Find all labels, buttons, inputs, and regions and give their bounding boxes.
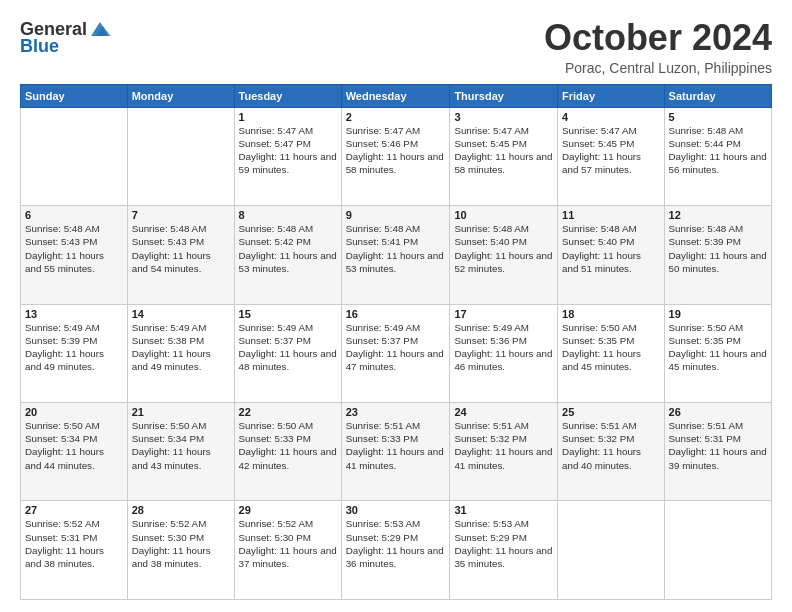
day-info: Sunrise: 5:51 AM Sunset: 5:32 PM Dayligh… xyxy=(454,419,553,472)
day-info: Sunrise: 5:48 AM Sunset: 5:44 PM Dayligh… xyxy=(669,124,767,177)
week-row: 6Sunrise: 5:48 AM Sunset: 5:43 PM Daylig… xyxy=(21,206,772,304)
header: General Blue October 2024 Porac, Central… xyxy=(20,18,772,76)
location: Porac, Central Luzon, Philippines xyxy=(544,60,772,76)
day-number: 11 xyxy=(562,209,660,221)
week-row: 1Sunrise: 5:47 AM Sunset: 5:47 PM Daylig… xyxy=(21,107,772,205)
day-cell: 26Sunrise: 5:51 AM Sunset: 5:31 PM Dayli… xyxy=(664,403,771,501)
week-row: 13Sunrise: 5:49 AM Sunset: 5:39 PM Dayli… xyxy=(21,304,772,402)
day-cell: 30Sunrise: 5:53 AM Sunset: 5:29 PM Dayli… xyxy=(341,501,450,600)
page: General Blue October 2024 Porac, Central… xyxy=(0,0,792,612)
day-number: 16 xyxy=(346,308,446,320)
day-number: 4 xyxy=(562,111,660,123)
day-info: Sunrise: 5:51 AM Sunset: 5:33 PM Dayligh… xyxy=(346,419,446,472)
header-cell-sunday: Sunday xyxy=(21,84,128,107)
day-cell: 16Sunrise: 5:49 AM Sunset: 5:37 PM Dayli… xyxy=(341,304,450,402)
day-cell: 10Sunrise: 5:48 AM Sunset: 5:40 PM Dayli… xyxy=(450,206,558,304)
day-info: Sunrise: 5:47 AM Sunset: 5:45 PM Dayligh… xyxy=(562,124,660,177)
day-info: Sunrise: 5:48 AM Sunset: 5:43 PM Dayligh… xyxy=(25,222,123,275)
header-row: SundayMondayTuesdayWednesdayThursdayFrid… xyxy=(21,84,772,107)
day-number: 28 xyxy=(132,504,230,516)
day-info: Sunrise: 5:50 AM Sunset: 5:35 PM Dayligh… xyxy=(669,321,767,374)
day-info: Sunrise: 5:51 AM Sunset: 5:31 PM Dayligh… xyxy=(669,419,767,472)
day-cell: 29Sunrise: 5:52 AM Sunset: 5:30 PM Dayli… xyxy=(234,501,341,600)
day-number: 30 xyxy=(346,504,446,516)
day-cell: 13Sunrise: 5:49 AM Sunset: 5:39 PM Dayli… xyxy=(21,304,128,402)
header-cell-friday: Friday xyxy=(558,84,665,107)
day-number: 3 xyxy=(454,111,553,123)
day-info: Sunrise: 5:49 AM Sunset: 5:39 PM Dayligh… xyxy=(25,321,123,374)
week-row: 27Sunrise: 5:52 AM Sunset: 5:31 PM Dayli… xyxy=(21,501,772,600)
day-number: 25 xyxy=(562,406,660,418)
day-number: 9 xyxy=(346,209,446,221)
day-cell: 4Sunrise: 5:47 AM Sunset: 5:45 PM Daylig… xyxy=(558,107,665,205)
header-cell-wednesday: Wednesday xyxy=(341,84,450,107)
day-info: Sunrise: 5:50 AM Sunset: 5:34 PM Dayligh… xyxy=(25,419,123,472)
day-number: 31 xyxy=(454,504,553,516)
day-number: 6 xyxy=(25,209,123,221)
day-info: Sunrise: 5:47 AM Sunset: 5:47 PM Dayligh… xyxy=(239,124,337,177)
week-row: 20Sunrise: 5:50 AM Sunset: 5:34 PM Dayli… xyxy=(21,403,772,501)
logo: General Blue xyxy=(20,18,111,57)
header-cell-tuesday: Tuesday xyxy=(234,84,341,107)
day-number: 24 xyxy=(454,406,553,418)
day-cell: 20Sunrise: 5:50 AM Sunset: 5:34 PM Dayli… xyxy=(21,403,128,501)
day-number: 7 xyxy=(132,209,230,221)
day-number: 23 xyxy=(346,406,446,418)
day-cell: 19Sunrise: 5:50 AM Sunset: 5:35 PM Dayli… xyxy=(664,304,771,402)
day-info: Sunrise: 5:53 AM Sunset: 5:29 PM Dayligh… xyxy=(454,517,553,570)
day-info: Sunrise: 5:48 AM Sunset: 5:42 PM Dayligh… xyxy=(239,222,337,275)
day-cell: 15Sunrise: 5:49 AM Sunset: 5:37 PM Dayli… xyxy=(234,304,341,402)
day-cell xyxy=(558,501,665,600)
day-number: 18 xyxy=(562,308,660,320)
day-cell: 27Sunrise: 5:52 AM Sunset: 5:31 PM Dayli… xyxy=(21,501,128,600)
day-number: 2 xyxy=(346,111,446,123)
day-cell: 7Sunrise: 5:48 AM Sunset: 5:43 PM Daylig… xyxy=(127,206,234,304)
day-cell: 25Sunrise: 5:51 AM Sunset: 5:32 PM Dayli… xyxy=(558,403,665,501)
day-number: 15 xyxy=(239,308,337,320)
header-cell-monday: Monday xyxy=(127,84,234,107)
title-block: October 2024 Porac, Central Luzon, Phili… xyxy=(544,18,772,76)
day-number: 19 xyxy=(669,308,767,320)
day-cell: 23Sunrise: 5:51 AM Sunset: 5:33 PM Dayli… xyxy=(341,403,450,501)
day-number: 8 xyxy=(239,209,337,221)
day-cell: 6Sunrise: 5:48 AM Sunset: 5:43 PM Daylig… xyxy=(21,206,128,304)
day-number: 20 xyxy=(25,406,123,418)
day-cell: 14Sunrise: 5:49 AM Sunset: 5:38 PM Dayli… xyxy=(127,304,234,402)
day-cell xyxy=(127,107,234,205)
day-info: Sunrise: 5:49 AM Sunset: 5:36 PM Dayligh… xyxy=(454,321,553,374)
day-cell: 22Sunrise: 5:50 AM Sunset: 5:33 PM Dayli… xyxy=(234,403,341,501)
day-info: Sunrise: 5:49 AM Sunset: 5:37 PM Dayligh… xyxy=(346,321,446,374)
day-cell: 9Sunrise: 5:48 AM Sunset: 5:41 PM Daylig… xyxy=(341,206,450,304)
logo-blue-text: Blue xyxy=(20,36,59,57)
day-cell: 31Sunrise: 5:53 AM Sunset: 5:29 PM Dayli… xyxy=(450,501,558,600)
day-info: Sunrise: 5:49 AM Sunset: 5:38 PM Dayligh… xyxy=(132,321,230,374)
day-cell: 17Sunrise: 5:49 AM Sunset: 5:36 PM Dayli… xyxy=(450,304,558,402)
day-cell: 18Sunrise: 5:50 AM Sunset: 5:35 PM Dayli… xyxy=(558,304,665,402)
day-number: 5 xyxy=(669,111,767,123)
day-cell: 5Sunrise: 5:48 AM Sunset: 5:44 PM Daylig… xyxy=(664,107,771,205)
day-info: Sunrise: 5:50 AM Sunset: 5:35 PM Dayligh… xyxy=(562,321,660,374)
day-number: 17 xyxy=(454,308,553,320)
logo-icon xyxy=(89,18,111,40)
day-info: Sunrise: 5:53 AM Sunset: 5:29 PM Dayligh… xyxy=(346,517,446,570)
day-cell: 24Sunrise: 5:51 AM Sunset: 5:32 PM Dayli… xyxy=(450,403,558,501)
day-info: Sunrise: 5:48 AM Sunset: 5:40 PM Dayligh… xyxy=(562,222,660,275)
day-number: 26 xyxy=(669,406,767,418)
day-cell: 8Sunrise: 5:48 AM Sunset: 5:42 PM Daylig… xyxy=(234,206,341,304)
day-info: Sunrise: 5:52 AM Sunset: 5:31 PM Dayligh… xyxy=(25,517,123,570)
calendar-table: SundayMondayTuesdayWednesdayThursdayFrid… xyxy=(20,84,772,600)
day-info: Sunrise: 5:52 AM Sunset: 5:30 PM Dayligh… xyxy=(132,517,230,570)
day-info: Sunrise: 5:47 AM Sunset: 5:45 PM Dayligh… xyxy=(454,124,553,177)
day-info: Sunrise: 5:49 AM Sunset: 5:37 PM Dayligh… xyxy=(239,321,337,374)
header-cell-thursday: Thursday xyxy=(450,84,558,107)
day-info: Sunrise: 5:51 AM Sunset: 5:32 PM Dayligh… xyxy=(562,419,660,472)
day-cell xyxy=(21,107,128,205)
day-info: Sunrise: 5:48 AM Sunset: 5:43 PM Dayligh… xyxy=(132,222,230,275)
day-info: Sunrise: 5:48 AM Sunset: 5:40 PM Dayligh… xyxy=(454,222,553,275)
day-number: 27 xyxy=(25,504,123,516)
day-cell: 12Sunrise: 5:48 AM Sunset: 5:39 PM Dayli… xyxy=(664,206,771,304)
day-number: 10 xyxy=(454,209,553,221)
day-number: 14 xyxy=(132,308,230,320)
day-number: 12 xyxy=(669,209,767,221)
day-cell: 28Sunrise: 5:52 AM Sunset: 5:30 PM Dayli… xyxy=(127,501,234,600)
